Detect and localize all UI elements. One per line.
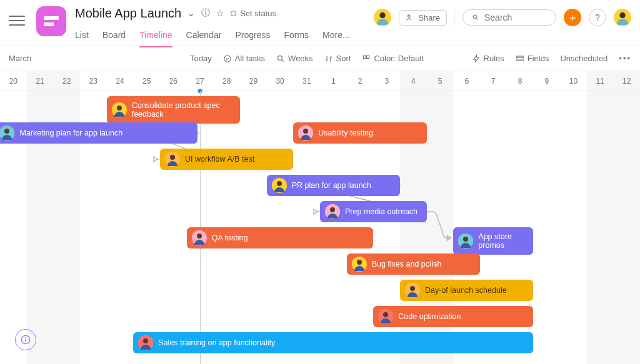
people-icon: [406, 13, 414, 22]
rules-button[interactable]: Rules: [472, 54, 504, 63]
svg-rect-8: [364, 56, 366, 58]
member-avatar[interactable]: [374, 9, 391, 26]
user-avatar[interactable]: [614, 9, 631, 26]
task-qa[interactable]: QA testing: [187, 227, 374, 248]
tab-forms[interactable]: Forms: [284, 26, 309, 47]
all-tasks-filter[interactable]: All tasks: [223, 54, 265, 63]
svg-point-19: [170, 155, 175, 160]
task-consolidate[interactable]: Consolidate product spec feedback: [107, 96, 240, 124]
assignee-avatar: [405, 283, 420, 298]
task-appstore[interactable]: App store promos: [453, 227, 533, 255]
tab-board[interactable]: Board: [102, 26, 126, 47]
day-header: 24: [107, 71, 134, 91]
tab-calendar[interactable]: Calendar: [186, 26, 222, 47]
task-label: Bug fixes and polish: [372, 260, 442, 268]
assignee-avatar: [352, 257, 367, 272]
search-box[interactable]: [462, 9, 556, 26]
fields-icon: [516, 54, 524, 63]
info-icon[interactable]: ⓘ: [201, 7, 210, 19]
assignee-avatar: [165, 152, 180, 167]
create-button[interactable]: ＋: [564, 9, 581, 26]
share-label: Share: [418, 13, 440, 22]
svg-point-2: [473, 15, 477, 19]
svg-rect-9: [367, 56, 369, 58]
task-label: Sales training on app functionality: [158, 338, 275, 347]
task-label: UI workflow A/B test: [185, 155, 254, 164]
task-label: Prep media outreach: [345, 207, 418, 216]
day-header: 21: [27, 71, 54, 91]
tab-more[interactable]: More...: [322, 26, 350, 47]
divider: [454, 9, 455, 26]
svg-point-25: [197, 234, 202, 239]
timeline-body[interactable]: Consolidate product spec feedbackMarketi…: [0, 91, 640, 364]
project-tabs: ListBoardTimelineCalendarProgressFormsMo…: [75, 26, 374, 47]
unscheduled-button[interactable]: Unscheduled: [560, 54, 608, 63]
help-button[interactable]: ?: [589, 9, 606, 26]
svg-point-4: [619, 12, 625, 18]
svg-point-35: [143, 338, 148, 343]
today-button[interactable]: Today: [190, 54, 212, 63]
tab-list[interactable]: List: [75, 26, 89, 47]
menu-toggle-icon[interactable]: [9, 12, 25, 29]
color-button[interactable]: Color: Default: [362, 54, 423, 63]
assignee-avatar: [138, 335, 153, 350]
status-label: Set status: [240, 9, 276, 18]
task-usability[interactable]: Usability testing: [293, 122, 426, 144]
task-dayof[interactable]: Day-of launch schedule: [400, 280, 533, 301]
day-header: 29: [240, 71, 267, 91]
floating-info-button[interactable]: [15, 329, 36, 350]
svg-point-6: [278, 56, 282, 60]
status-dot-icon: [231, 11, 236, 16]
zoom-icon: [276, 54, 285, 63]
day-header: 30: [267, 71, 294, 91]
svg-point-29: [357, 260, 362, 265]
set-status-button[interactable]: Set status: [231, 9, 276, 18]
zoom-weeks[interactable]: Weeks: [276, 54, 313, 63]
star-icon[interactable]: ☆: [216, 8, 224, 18]
task-abtest[interactable]: UI workflow A/B test: [160, 149, 293, 170]
task-codeopt[interactable]: Code optimization: [373, 306, 533, 327]
task-label: Code optimization: [398, 312, 461, 321]
day-header: 1: [320, 71, 347, 91]
svg-line-7: [282, 59, 284, 61]
assignee-avatar: [0, 125, 14, 140]
share-button[interactable]: Share: [399, 10, 447, 26]
svg-point-23: [330, 207, 335, 212]
task-marketing[interactable]: Marketing plan for app launch: [0, 122, 198, 144]
chevron-down-icon[interactable]: ⌄: [188, 8, 195, 18]
day-header: 22: [53, 71, 80, 91]
project-meta: Mobile App Launch ⌄ ⓘ ☆ Set status ListB…: [75, 4, 374, 47]
day-header: 26: [160, 71, 187, 91]
date-strip: 202122232425262728293031123456789101112: [0, 71, 640, 91]
bolt-icon: [472, 54, 481, 63]
header-right: Share ＋ ?: [374, 9, 631, 26]
topbar: Mobile App Launch ⌄ ⓘ ☆ Set status ListB…: [0, 0, 640, 46]
day-header: 5: [427, 71, 454, 91]
task-pr[interactable]: PR plan for app launch: [267, 175, 400, 196]
day-header: 10: [560, 71, 587, 91]
project-title[interactable]: Mobile App Launch: [75, 6, 181, 21]
svg-point-21: [277, 181, 282, 186]
assignee-avatar: [298, 125, 313, 140]
svg-point-13: [117, 106, 122, 111]
timeline-toolbar: March Today All tasks Weeks Sort Color: …: [0, 46, 640, 71]
svg-rect-10: [517, 56, 524, 57]
search-input[interactable]: [484, 12, 547, 22]
task-bugfix[interactable]: Bug fixes and polish: [347, 253, 480, 275]
assignee-avatar: [112, 102, 127, 117]
tab-progress[interactable]: Progress: [235, 26, 270, 47]
info-icon: [21, 335, 31, 345]
day-header: 27: [187, 71, 214, 91]
svg-point-33: [383, 312, 388, 317]
tab-timeline[interactable]: Timeline: [139, 26, 172, 47]
day-header: 20: [0, 71, 27, 91]
task-sales[interactable]: Sales training on app functionality: [133, 332, 533, 353]
more-menu-icon[interactable]: •••: [619, 54, 631, 63]
task-prep[interactable]: Prep media outreach: [320, 201, 427, 222]
fields-button[interactable]: Fields: [516, 54, 549, 63]
project-icon[interactable]: [36, 6, 66, 36]
svg-point-1: [408, 15, 411, 17]
sort-button[interactable]: Sort: [324, 54, 351, 63]
day-header: 7: [480, 71, 507, 91]
svg-rect-11: [517, 59, 524, 60]
